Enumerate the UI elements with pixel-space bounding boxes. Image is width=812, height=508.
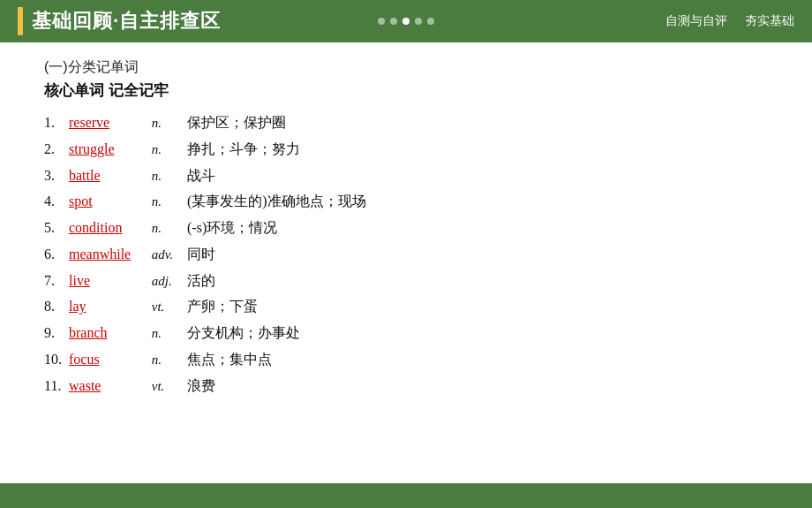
- header-right-item-1: 自测与自评: [665, 13, 727, 29]
- section-subtitle: 核心单词 记全记牢: [44, 80, 777, 101]
- nav-dot-3[interactable]: [402, 18, 410, 25]
- nav-dot-4[interactable]: [415, 18, 422, 25]
- vocab-word: focus: [69, 346, 148, 373]
- nav-dot-2[interactable]: [390, 18, 397, 25]
- vocab-num: 11.: [44, 373, 69, 399]
- vocab-meaning: 活的: [187, 268, 215, 294]
- vocab-word: branch: [69, 320, 148, 346]
- vocab-item: 6. meanwhile adv. 同时: [44, 241, 777, 268]
- vocab-word: reserve: [69, 110, 148, 136]
- vocab-pos: n.: [148, 138, 180, 163]
- vocab-word: live: [69, 268, 148, 294]
- vocab-meaning: 产卵；下蛋: [187, 293, 258, 320]
- header-title: 基础回顾·自主排查区: [32, 8, 221, 34]
- header-right-item-2: 夯实基础: [745, 13, 794, 29]
- vocab-item: 1. reserve n. 保护区；保护圈: [44, 110, 777, 136]
- vocab-word: struggle: [69, 136, 148, 163]
- vocab-word: condition: [69, 215, 148, 241]
- vocab-item: 5. condition n. (-s)环境；情况: [44, 215, 777, 241]
- vocab-word: spot: [69, 188, 148, 215]
- vocab-pos: vt.: [148, 295, 180, 320]
- vocab-meaning: 同时: [187, 241, 215, 268]
- header-accent-bar: [18, 7, 23, 35]
- vocab-meaning: (-s)环境；情况: [187, 215, 277, 241]
- vocab-meaning: 焦点；集中点: [187, 346, 272, 373]
- header: 基础回顾·自主排查区 自测与自评 夯实基础: [0, 0, 812, 42]
- vocab-word: battle: [69, 163, 148, 189]
- vocab-item: 10. focus n. 焦点；集中点: [44, 346, 777, 373]
- vocab-meaning: 浪费: [187, 373, 215, 399]
- vocab-num: 9.: [44, 320, 69, 346]
- vocab-word: lay: [69, 293, 148, 320]
- vocab-item: 11. waste vt. 浪费: [44, 373, 777, 399]
- vocab-item: 7. live adj. 活的: [44, 268, 777, 294]
- vocab-pos: n.: [148, 111, 180, 136]
- vocab-num: 3.: [44, 163, 69, 189]
- vocab-item: 3. battle n. 战斗: [44, 163, 777, 189]
- vocab-pos: n.: [148, 164, 180, 189]
- vocab-num: 4.: [44, 188, 69, 215]
- nav-dots: [378, 18, 434, 25]
- vocab-num: 2.: [44, 136, 69, 163]
- vocab-num: 8.: [44, 293, 69, 320]
- footer-bar: [0, 483, 812, 508]
- page-wrapper: 基础回顾·自主排查区 自测与自评 夯实基础 (一)分类记单词 核心单词 记全记牢…: [0, 0, 812, 508]
- vocab-num: 7.: [44, 268, 69, 294]
- vocab-item: 2. struggle n. 挣扎；斗争；努力: [44, 136, 777, 163]
- vocab-pos: n.: [148, 216, 180, 241]
- vocab-item: 8. lay vt. 产卵；下蛋: [44, 293, 777, 320]
- header-right: 自测与自评 夯实基础: [665, 13, 794, 29]
- vocab-num: 5.: [44, 215, 69, 241]
- vocab-pos: n.: [148, 322, 180, 346]
- vocab-list: 1. reserve n. 保护区；保护圈 2. struggle n. 挣扎；…: [44, 110, 777, 398]
- vocab-num: 1.: [44, 110, 69, 136]
- section-label: (一)分类记单词: [44, 58, 777, 77]
- vocab-item: 9. branch n. 分支机构；办事处: [44, 320, 777, 346]
- vocab-word: meanwhile: [69, 241, 148, 268]
- vocab-meaning: 保护区；保护圈: [187, 110, 286, 136]
- vocab-meaning: 分支机构；办事处: [187, 320, 300, 346]
- vocab-num: 6.: [44, 241, 69, 268]
- vocab-meaning: 战斗: [187, 163, 215, 189]
- vocab-pos: adv.: [148, 243, 180, 268]
- vocab-pos: n.: [148, 190, 180, 215]
- vocab-pos: n.: [148, 348, 180, 373]
- main-content: (一)分类记单词 核心单词 记全记牢 1. reserve n. 保护区；保护圈…: [0, 42, 812, 483]
- vocab-word: waste: [69, 373, 148, 399]
- vocab-pos: adj.: [148, 269, 180, 294]
- nav-dot-1[interactable]: [378, 18, 385, 25]
- vocab-num: 10.: [44, 346, 69, 373]
- vocab-meaning: 挣扎；斗争；努力: [187, 136, 300, 163]
- vocab-item: 4. spot n. (某事发生的)准确地点；现场: [44, 188, 777, 215]
- nav-dot-5[interactable]: [427, 18, 434, 25]
- vocab-pos: vt.: [148, 375, 180, 399]
- vocab-meaning: (某事发生的)准确地点；现场: [187, 188, 366, 215]
